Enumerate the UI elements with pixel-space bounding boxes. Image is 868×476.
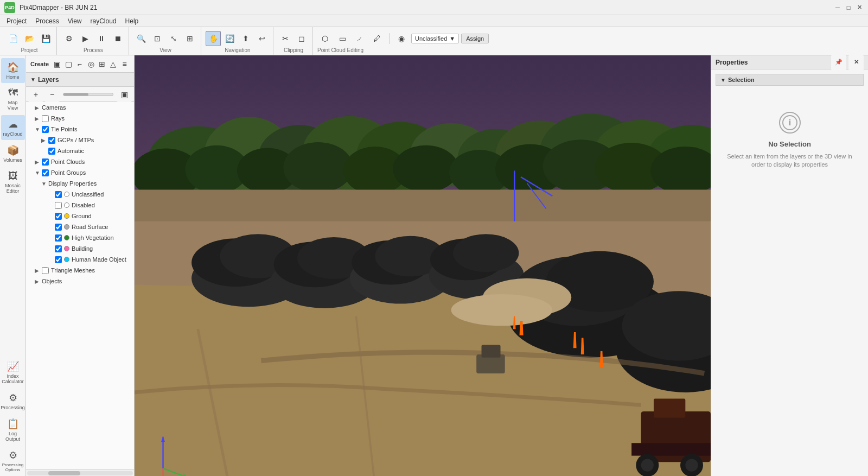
nav-btn-3[interactable]: ⬆ [238,31,253,46]
view-btn-full[interactable]: ⤡ [166,31,181,46]
create-tool-grid[interactable]: ⊞ [97,56,107,72]
nav-btn-1[interactable]: ✋ [206,31,221,46]
layer-automatic[interactable]: ▶ Automatic [26,145,134,156]
gcps-checkbox[interactable] [48,137,55,144]
sidebar-item-log[interactable]: 📋 Log Output [1,415,25,445]
layer-unclassified[interactable]: ▶ Unclassified [26,189,134,200]
layers-arrow-icon: ▼ [30,77,36,82]
menu-project[interactable]: Project [2,15,31,27]
view-btn-split[interactable]: ⊞ [182,31,197,46]
road-checkbox[interactable] [55,224,62,231]
layer-display-properties[interactable]: ▼ Display Properties [26,178,134,189]
properties-pin-button[interactable]: 📌 [831,55,846,70]
properties-close-button[interactable]: ✕ [848,55,864,70]
process-btn-4[interactable]: ⏹ [110,31,125,46]
svg-point-14 [237,148,298,193]
3d-canvas[interactable] [135,55,711,476]
open-project-button[interactable]: 📂 [22,31,37,46]
sidebar-item-processing[interactable]: ⚙ Processing [1,389,25,414]
building-checkbox[interactable] [55,245,62,252]
sidebar-item-volumes[interactable]: 📦 Volumes [1,141,25,166]
3d-viewport[interactable] [135,55,711,476]
minimize-button[interactable]: ─ [833,3,842,12]
create-tool-square[interactable]: ▣ [52,56,62,72]
layer-rays[interactable]: ▶ Rays [26,113,134,124]
scrollbar-track[interactable] [27,471,133,475]
layer-gcps[interactable]: ▶ GCPs / MTPs [26,135,134,145]
pce-btn-segment[interactable]: ⟋ [352,31,367,46]
unclassified-checkbox[interactable] [55,191,62,198]
layers-panel: Create ▣ ▢ ⌐ ◎ ⊞ △ ≡ ▼ Layers + − ▣ [26,55,135,476]
layer-building[interactable]: ▶ Building [26,243,134,254]
properties-panel: Properties 📌 ✕ ▼ Selection i No Selectio… [711,55,868,476]
pce-btn-polygon[interactable]: ⬡ [317,31,333,46]
svg-point-43 [483,278,571,316]
classify-dropdown[interactable]: Unclassified ▼ [411,34,459,43]
layer-disabled[interactable]: ▶ Disabled [26,200,134,211]
humanmade-checkbox[interactable] [55,256,62,263]
create-tool-angle[interactable]: ⌐ [75,56,85,72]
layer-triangle-meshes[interactable]: ▶ Triangle Meshes [26,265,134,276]
pce-btn-paint[interactable]: 🖊 [369,31,385,46]
layer-point-groups[interactable]: ▼ Point Groups [26,167,134,178]
menu-help[interactable]: Help [121,15,143,27]
sidebar-item-home[interactable]: 🏠 Home [1,58,25,83]
highveg-checkbox[interactable] [55,234,62,242]
view-btn-zoom-in[interactable]: 🔍 [133,31,149,46]
process-btn-1[interactable]: ⚙ [61,31,76,46]
process-btn-2[interactable]: ▶ [78,31,93,46]
tie-points-checkbox[interactable] [42,126,49,133]
sidebar-item-map-view[interactable]: 🗺 Map View [1,84,25,114]
layer-tie-points[interactable]: ▼ Tie Points [26,124,134,135]
layer-cameras[interactable]: ▶ Cameras [26,102,134,113]
point-groups-checkbox[interactable] [42,169,49,176]
clip-btn-1[interactable]: ✂ [278,31,293,46]
layers-scrollbar[interactable] [26,469,134,476]
point-clouds-checkbox[interactable] [42,158,49,166]
sidebar-item-options[interactable]: ⚙ Processing Options [1,446,25,475]
sidebar-item-index[interactable]: 📈 Index Calculator [1,357,25,388]
create-tool-line[interactable]: ≡ [119,56,130,72]
assign-button[interactable]: Assign [461,34,489,43]
selection-header[interactable]: ▼ Selection [716,74,864,86]
nav-btn-4[interactable]: ↩ [254,31,270,46]
close-button[interactable]: ✕ [855,3,864,12]
triangle-checkbox[interactable] [42,267,49,274]
create-tool-rect[interactable]: ▢ [63,56,74,72]
sidebar-item-raycloud[interactable]: ☁ rayCloud [1,115,25,140]
layer-human-made[interactable]: ▶ Human Made Object [26,254,134,265]
create-tool-triangle[interactable]: △ [108,56,119,72]
objects-arrow-icon: ▶ [35,278,40,284]
new-project-button[interactable]: 📄 [5,31,21,46]
maximize-button[interactable]: □ [844,3,853,12]
pce-btn-5[interactable]: ◉ [394,31,409,46]
layer-point-clouds[interactable]: ▶ Point Clouds [26,156,134,167]
clip-btn-2[interactable]: ◻ [294,31,309,46]
automatic-checkbox[interactable] [48,148,55,155]
view-btn-fit[interactable]: ⊡ [150,31,165,46]
rays-checkbox[interactable] [42,115,49,122]
svg-marker-58 [600,351,603,367]
process-btn-3[interactable]: ⏸ [94,31,109,46]
ground-checkbox[interactable] [55,213,62,220]
create-tool-circle[interactable]: ◎ [86,56,96,72]
save-project-button[interactable]: 💾 [38,31,53,46]
pce-btn-rect[interactable]: ▭ [335,31,350,46]
layer-ground[interactable]: ▶ Ground [26,211,134,221]
nav-btn-2[interactable]: 🔄 [222,31,237,46]
menu-view[interactable]: View [63,15,86,27]
layer-high-vegetation[interactable]: ▶ High Vegetation [26,232,134,243]
menu-process[interactable]: Process [31,15,63,27]
view-fit-btn[interactable]: ▣ [117,87,132,102]
view-zoom-in[interactable]: + [28,87,43,102]
display-props-arrow-icon: ▼ [41,181,47,187]
humanmade-label: Human Made Object [72,256,126,263]
disabled-checkbox[interactable] [55,202,62,209]
menu-raycloud[interactable]: rayCloud [86,15,121,27]
layer-objects[interactable]: ▶ Objects [26,276,134,287]
sidebar-item-mosaic[interactable]: 🖼 Mosaic Editor [1,167,25,197]
svg-marker-25 [135,285,711,476]
layer-road-surface[interactable]: ▶ Road Surface [26,221,134,232]
point-groups-label: Point Groups [51,169,86,176]
view-zoom-out[interactable]: − [44,87,60,102]
